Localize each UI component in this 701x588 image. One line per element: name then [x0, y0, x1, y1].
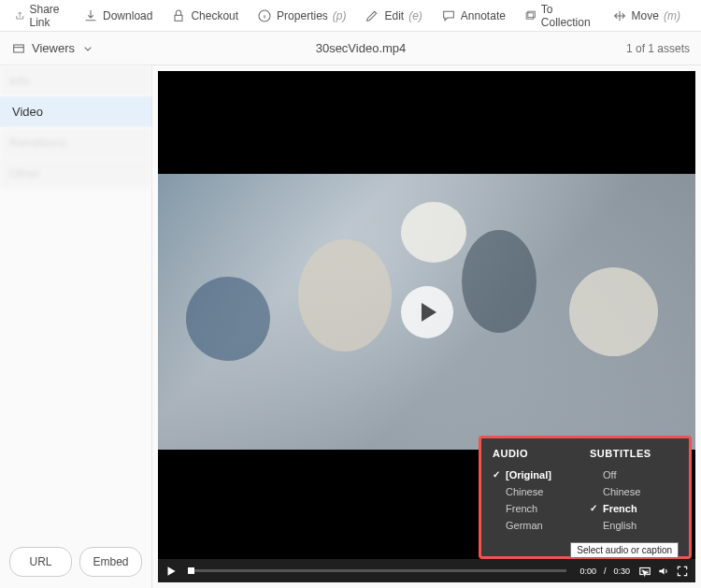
- info-icon: [257, 8, 272, 23]
- viewers-dropdown[interactable]: Viewers: [11, 41, 95, 56]
- sidebar-item-video[interactable]: Video: [0, 96, 151, 127]
- download-icon: [83, 8, 98, 23]
- share-link-button[interactable]: Share Link: [7, 0, 72, 33]
- checkout-button[interactable]: Checkout: [164, 5, 246, 27]
- video-player: AUDIO [Original] Chinese French German S…: [158, 71, 695, 582]
- svg-rect-2: [526, 12, 534, 18]
- subs-option-english[interactable]: English: [590, 517, 678, 534]
- video-thumbnail[interactable]: [158, 174, 695, 450]
- comment-icon: [441, 8, 456, 23]
- asset-count: 1 of 1 assets: [626, 42, 690, 55]
- embed-button[interactable]: Embed: [79, 547, 142, 577]
- viewers-label: Viewers: [32, 41, 75, 55]
- audio-column: AUDIO [Original] Chinese French German: [493, 448, 580, 534]
- time-total: 0:30: [613, 566, 630, 576]
- top-toolbar: Share Link Download Checkout Properties …: [0, 0, 701, 32]
- share-label: Share Link: [29, 3, 64, 29]
- audio-option-french[interactable]: French: [493, 500, 580, 517]
- asset-header: Viewers 30secVideo.mp4 1 of 1 assets: [0, 32, 701, 65]
- play-overlay-button[interactable]: [401, 286, 453, 338]
- download-label: Download: [103, 9, 152, 22]
- asset-title: 30secVideo.mp4: [95, 41, 626, 55]
- subtitles-header: SUBTITLES: [590, 448, 678, 459]
- seek-bar[interactable]: [188, 569, 566, 572]
- sidebar-item-blurred-3[interactable]: Other: [0, 158, 151, 189]
- move-button[interactable]: Move (m): [605, 5, 688, 27]
- download-button[interactable]: Download: [76, 5, 160, 27]
- viewers-icon: [11, 41, 26, 56]
- audio-option-chinese[interactable]: Chinese: [493, 483, 580, 500]
- edit-hint: (e): [408, 9, 422, 22]
- time-sep: /: [604, 566, 607, 576]
- share-icon: [15, 8, 24, 23]
- properties-label: Properties: [277, 9, 328, 22]
- move-hint: (m): [664, 9, 680, 22]
- edit-button[interactable]: Edit (e): [357, 5, 429, 27]
- main-panel: AUDIO [Original] Chinese French German S…: [152, 65, 701, 588]
- to-collection-button[interactable]: To Collection: [517, 0, 601, 33]
- svg-rect-3: [528, 11, 536, 17]
- subtitles-column: SUBTITLES Off Chinese French English: [590, 448, 678, 534]
- move-label: Move: [632, 9, 659, 22]
- sidebar-item-blurred-1[interactable]: Info: [0, 65, 151, 96]
- properties-button[interactable]: Properties (p): [250, 5, 353, 27]
- pencil-icon: [365, 8, 379, 23]
- lock-icon: [171, 8, 186, 23]
- checkout-label: Checkout: [191, 9, 238, 22]
- properties-hint: (p): [333, 9, 347, 22]
- move-icon: [612, 8, 627, 23]
- caption-tooltip: Select audio or caption: [570, 542, 679, 558]
- svg-rect-0: [175, 15, 182, 21]
- content-area: Info Video Renditions Other URL Embed AU…: [0, 65, 701, 588]
- sidebar-item-blurred-2[interactable]: Renditions: [0, 127, 151, 158]
- svg-rect-4: [14, 45, 24, 52]
- more-button[interactable]: •••: [692, 6, 701, 26]
- subs-option-french[interactable]: French: [590, 500, 678, 517]
- annotate-label: Annotate: [461, 9, 506, 22]
- collection-label: To Collection: [541, 3, 594, 29]
- subs-option-chinese[interactable]: Chinese: [590, 483, 678, 500]
- video-controls: 0:00 / 0:30: [158, 559, 695, 582]
- play-button[interactable]: [164, 564, 179, 579]
- edit-label: Edit: [384, 9, 404, 22]
- sidebar: Info Video Renditions Other URL Embed: [0, 65, 152, 588]
- audio-option-original[interactable]: [Original]: [493, 466, 580, 483]
- volume-button[interactable]: [656, 564, 671, 579]
- audio-header: AUDIO: [493, 448, 580, 459]
- sidebar-buttons: URL Embed: [0, 547, 151, 577]
- subs-option-off[interactable]: Off: [590, 466, 678, 483]
- time-current: 0:00: [579, 566, 596, 576]
- audio-option-german[interactable]: German: [493, 517, 580, 534]
- annotate-button[interactable]: Annotate: [434, 5, 513, 27]
- collection-icon: [524, 8, 536, 23]
- url-button[interactable]: URL: [9, 547, 72, 577]
- chevron-down-icon: [80, 41, 95, 56]
- audio-caption-menu: AUDIO [Original] Chinese French German S…: [479, 436, 692, 559]
- fullscreen-button[interactable]: [675, 564, 690, 579]
- cursor-icon: [639, 567, 652, 581]
